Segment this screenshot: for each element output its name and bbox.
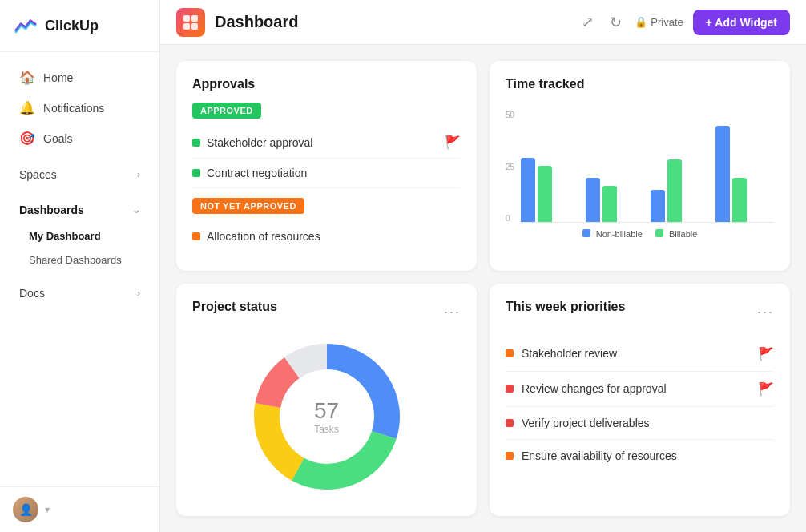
status-dot-green-2 [192, 169, 200, 177]
status-dot-orange [192, 232, 200, 240]
topbar: Dashboard ⤢ ↻ 🔒 Private + Add Widget [160, 0, 806, 45]
sidebar-item-docs[interactable]: Docs › [6, 280, 153, 307]
task-count: 57 [314, 398, 339, 424]
project-status-title: Project status [192, 300, 277, 314]
approval-item-stakeholder: Stakeholder approval 🚩 [192, 127, 461, 159]
not-approved-badge: NOT YET APPROVED [192, 198, 304, 214]
project-status-more-button[interactable]: ··· [444, 304, 461, 320]
priority-label-stakeholder-review: Stakeholder review [522, 347, 617, 360]
time-tracked-title: Time tracked [506, 77, 774, 91]
expand-button[interactable]: ⤢ [578, 10, 597, 34]
sidebar-item-goals[interactable]: 🎯 Goals [6, 123, 153, 153]
my-dashboard-label: My Dashboard [29, 230, 101, 242]
chart-y-labels: 50 25 0 [506, 111, 514, 223]
logo-area: ClickUp [0, 0, 159, 52]
sidebar-item-my-dashboard[interactable]: My Dashboard [6, 224, 153, 248]
priority-dot-red-2 [506, 419, 514, 427]
spaces-chevron-icon: › [137, 169, 140, 180]
page-title: Dashboard [215, 13, 569, 31]
legend-non-billable: Non-billable [582, 229, 643, 239]
lock-icon: 🔒 [635, 16, 647, 28]
sidebar-item-shared-dashboards[interactable]: Shared Dashboards [6, 248, 153, 272]
priority-item-review-changes: Review changes for approval 🚩 [506, 372, 774, 407]
bar-green-4 [732, 178, 747, 222]
home-icon: 🏠 [19, 70, 35, 85]
priorities-more-button[interactable]: ··· [757, 304, 774, 320]
approved-badge: APPROVED [192, 103, 261, 119]
avatar-image: 👤 [13, 497, 38, 522]
priority-flag-icon-2: 🚩 [758, 381, 774, 397]
bar-blue-2 [586, 178, 600, 222]
sidebar-item-home-label: Home [43, 71, 73, 84]
bar-blue-4 [715, 126, 730, 222]
y-label-50: 50 [506, 111, 514, 119]
priority-flag-icon-1: 🚩 [758, 346, 774, 361]
project-status-widget: Project status ··· [176, 284, 477, 517]
sidebar-item-notifications-label: Notifications [43, 102, 104, 115]
status-dot-green [192, 139, 200, 147]
svg-rect-3 [183, 23, 190, 30]
svg-rect-2 [191, 15, 198, 22]
add-widget-button[interactable]: + Add Widget [693, 10, 790, 35]
sidebar-spaces-label: Spaces [19, 168, 57, 181]
priorities-title: This week priorities [506, 300, 625, 314]
approval-item-contract: Contract negotiation [192, 159, 461, 188]
privacy-indicator: 🔒 Private [635, 16, 683, 28]
goals-icon: 🎯 [19, 131, 35, 146]
approvals-widget: Approvals APPROVED Stakeholder approval … [176, 61, 477, 271]
bar-blue-3 [651, 190, 665, 222]
priority-dot-orange-2 [506, 452, 514, 460]
notifications-icon: 🔔 [19, 100, 35, 115]
bar-group-1 [521, 158, 579, 222]
legend-billable: Billable [655, 229, 698, 239]
approvals-title: Approvals [192, 77, 461, 91]
y-label-0: 0 [506, 214, 514, 223]
time-tracked-widget: Time tracked 50 25 0 [490, 61, 790, 271]
project-status-header: Project status ··· [192, 300, 461, 325]
main-content: Dashboard ⤢ ↻ 🔒 Private + Add Widget App… [160, 0, 806, 532]
approval-label-stakeholder: Stakeholder approval [207, 136, 312, 149]
priority-item-ensure-resources: Ensure availability of resources [506, 440, 774, 472]
priority-dot-red-1 [506, 385, 514, 393]
donut-container: 57 Tasks [192, 337, 461, 497]
priority-label-review-changes: Review changes for approval [522, 382, 667, 395]
non-billable-dot [582, 229, 590, 237]
shared-dashboards-label: Shared Dashboards [29, 254, 122, 266]
approval-label-contract: Contract negotiation [207, 167, 307, 179]
avatar[interactable]: 👤 [13, 497, 38, 522]
dashboards-chevron-icon: ⌄ [132, 204, 140, 216]
sidebar-item-goals-label: Goals [43, 132, 73, 145]
sidebar-item-notifications[interactable]: 🔔 Notifications [6, 93, 153, 123]
priority-item-stakeholder-review: Stakeholder review 🚩 [506, 337, 774, 372]
sidebar-nav: 🏠 Home 🔔 Notifications 🎯 Goals Spaces › … [0, 52, 159, 486]
bar-green-1 [538, 166, 552, 222]
billable-dot [655, 229, 663, 237]
approval-item-resources: Allocation of resources [192, 222, 461, 251]
priority-label-verify-deliverables: Verify project deliverables [522, 417, 650, 429]
priorities-widget: This week priorities ··· Stakeholder rev… [490, 284, 790, 517]
sidebar-docs-label: Docs [19, 287, 45, 300]
bar-group-2 [586, 178, 644, 222]
sidebar-footer: 👤 ▾ [0, 486, 159, 532]
bar-blue-1 [521, 158, 535, 222]
topbar-actions: ⤢ ↻ 🔒 Private + Add Widget [578, 10, 790, 35]
sidebar-item-home[interactable]: 🏠 Home [6, 62, 153, 92]
sidebar-item-dashboards[interactable]: Dashboards ⌄ [6, 196, 153, 224]
priorities-header: This week priorities ··· [506, 300, 774, 325]
donut-label: 57 Tasks [314, 398, 339, 435]
dashboard-icon [176, 8, 205, 37]
sidebar-item-spaces[interactable]: Spaces › [6, 161, 153, 188]
y-label-25: 25 [506, 163, 514, 171]
svg-rect-4 [191, 23, 198, 30]
avatar-chevron-icon: ▾ [45, 504, 50, 515]
bar-green-2 [602, 186, 617, 222]
refresh-button[interactable]: ↻ [607, 10, 625, 34]
svg-rect-1 [183, 15, 190, 22]
priority-label-ensure-resources: Ensure availability of resources [522, 449, 677, 462]
docs-chevron-icon: › [137, 288, 140, 299]
tasks-label: Tasks [314, 424, 339, 435]
bar-green-3 [667, 159, 682, 222]
flag-icon: 🚩 [445, 135, 461, 150]
priority-item-verify-deliverables: Verify project deliverables [506, 407, 774, 440]
sidebar-dashboards-label: Dashboards [19, 204, 84, 216]
